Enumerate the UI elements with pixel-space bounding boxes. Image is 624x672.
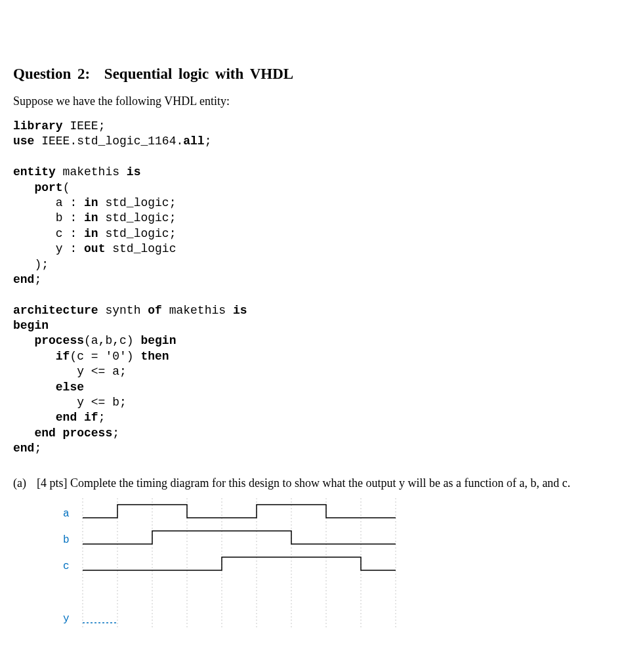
code-kw: process	[34, 334, 84, 347]
code-text: a :	[13, 196, 84, 209]
code-kw: is	[233, 304, 247, 317]
timing-svg: a b c y	[56, 498, 411, 636]
part-a-text: Complete the timing diagram for this des…	[70, 476, 570, 490]
code-text: y :	[13, 242, 84, 255]
code-text: b :	[13, 211, 84, 224]
code-kw: entity	[13, 165, 56, 178]
code-kw: of	[148, 304, 162, 317]
code-text: (a,b,c)	[84, 334, 140, 347]
code-kw: architecture	[13, 304, 98, 317]
code-kw: in	[84, 227, 98, 240]
code-text: ;	[112, 427, 119, 440]
code-kw: in	[84, 196, 98, 209]
signal-label-c: c	[63, 560, 70, 572]
code-kw: library	[13, 119, 63, 133]
wave-c	[83, 557, 396, 570]
code-kw: port	[34, 181, 62, 194]
code-text: std_logic;	[98, 196, 177, 209]
code-kw: begin	[140, 334, 176, 347]
code-kw: in	[84, 211, 98, 224]
code-kw: if	[56, 350, 70, 363]
signal-label-y: y	[63, 613, 70, 625]
code-text: y <= b;	[13, 396, 127, 409]
code-text: std_logic;	[98, 211, 177, 224]
code-text: makethis	[162, 304, 233, 317]
code-text: std_logic	[105, 242, 176, 255]
code-text: synth	[98, 304, 148, 317]
code-text: (	[63, 181, 70, 194]
code-text: IEEE;	[63, 119, 106, 133]
code-text: c :	[13, 227, 84, 240]
code-text: (c = '0')	[70, 350, 140, 363]
signal-label-b: b	[63, 534, 70, 546]
code-text: y <= a;	[13, 365, 127, 378]
code-kw: else	[56, 381, 84, 394]
code-kw: end if	[56, 411, 98, 424]
code-kw: end	[13, 442, 34, 455]
code-text: IEEE.std_logic_1164.	[34, 135, 183, 148]
code-text: );	[13, 258, 49, 271]
code-text: ;	[205, 135, 212, 148]
code-text: std_logic;	[98, 227, 177, 240]
question-title: Sequential logic with VHDL	[104, 66, 293, 82]
code-kw: end process	[34, 427, 112, 440]
part-a: (a) [4 pts] Complete the timing diagram …	[13, 476, 611, 636]
question-number: Question 2:	[13, 66, 90, 82]
part-a-points: [4 pts]	[37, 476, 68, 490]
vhdl-code-block: library IEEE; use IEEE.std_logic_1164.al…	[13, 119, 611, 457]
code-kw: is	[127, 165, 141, 178]
part-a-body: [4 pts] Complete the timing diagram for …	[37, 476, 611, 636]
code-kw: end	[13, 273, 34, 286]
wave-a	[83, 505, 396, 518]
question-lead: Suppose we have the following VHDL entit…	[13, 94, 611, 108]
code-text: ;	[98, 411, 106, 424]
code-kw: use	[13, 135, 34, 148]
code-kw: then	[140, 350, 169, 363]
part-a-label: (a)	[13, 476, 37, 490]
code-text: ;	[34, 442, 41, 455]
question-heading: Question 2: Sequential logic with VHDL	[13, 66, 611, 83]
code-text: ;	[34, 273, 41, 286]
wave-b	[83, 531, 396, 544]
code-kw: out	[84, 242, 105, 255]
code-kw: all	[183, 135, 204, 148]
code-text: makethis	[56, 165, 127, 178]
code-kw: begin	[13, 319, 49, 332]
signal-label-a: a	[63, 508, 70, 520]
timing-diagram: a b c y	[56, 498, 611, 636]
